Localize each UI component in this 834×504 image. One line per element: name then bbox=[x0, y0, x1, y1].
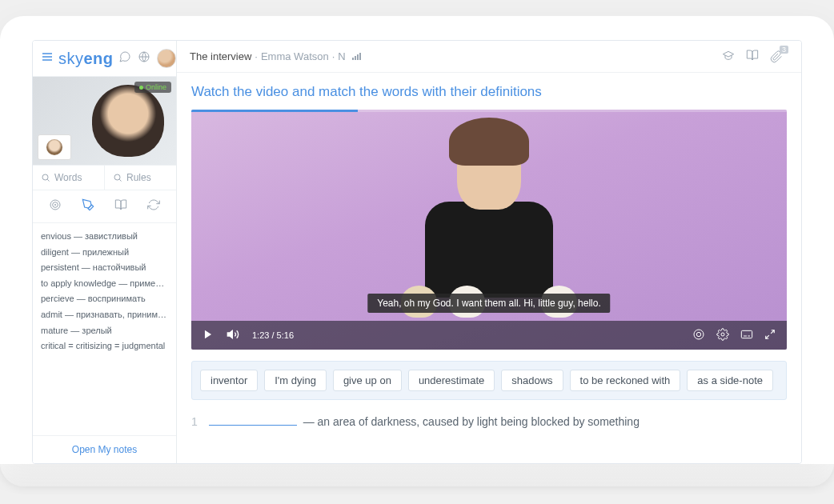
attachment-icon[interactable]: 3 bbox=[770, 50, 788, 63]
lesson-subtitle: Emma Watson bbox=[261, 50, 329, 62]
video-caption: Yeah, oh my God. I want them all. Hi, li… bbox=[367, 294, 610, 313]
book-icon[interactable] bbox=[114, 198, 127, 214]
svg-point-4 bbox=[42, 174, 48, 180]
play-icon[interactable] bbox=[202, 329, 214, 342]
svg-line-7 bbox=[119, 179, 121, 181]
webcam-panel: Online bbox=[33, 77, 176, 165]
open-notes-link[interactable]: Open My notes bbox=[33, 435, 176, 463]
video-progress[interactable] bbox=[191, 110, 787, 112]
video-player[interactable]: Yeah, oh my God. I want them all. Hi, li… bbox=[191, 110, 787, 350]
vocab-item[interactable]: critical = critisizing = judgmental bbox=[41, 339, 168, 354]
word-chip[interactable]: shadows bbox=[501, 370, 563, 391]
svg-point-14 bbox=[696, 332, 700, 336]
search-row: Words Rules bbox=[33, 165, 176, 190]
svg-point-10 bbox=[55, 204, 56, 205]
lesson-header: The interview · Emma Watson · N 3 bbox=[177, 41, 801, 73]
fullscreen-icon[interactable] bbox=[764, 329, 776, 342]
vocab-item[interactable]: percieve — воспринимать bbox=[41, 292, 168, 306]
vocab-tool-row bbox=[33, 190, 176, 223]
refresh-icon[interactable] bbox=[147, 198, 160, 214]
svg-marker-11 bbox=[205, 330, 211, 339]
main-panel: The interview · Emma Watson · N 3 Watch … bbox=[177, 41, 801, 463]
svg-point-13 bbox=[694, 330, 704, 339]
words-search[interactable]: Words bbox=[33, 166, 105, 190]
globe-icon[interactable] bbox=[138, 50, 150, 66]
user-avatar[interactable] bbox=[157, 49, 176, 68]
answer-blank[interactable] bbox=[209, 413, 297, 426]
svg-line-20 bbox=[766, 335, 769, 338]
player-controls: 1:23 / 5:16 bbox=[191, 321, 787, 350]
rules-search[interactable]: Rules bbox=[105, 166, 176, 190]
loop-icon[interactable] bbox=[692, 328, 705, 342]
task-title: Watch the video and match the words with… bbox=[191, 84, 787, 100]
signal-icon bbox=[352, 53, 361, 60]
vocab-item[interactable]: mature — зрелый bbox=[41, 324, 168, 338]
self-video-pip[interactable] bbox=[38, 134, 71, 160]
word-chip[interactable]: inventor bbox=[200, 370, 258, 391]
logo-part-eng: eng bbox=[84, 50, 114, 67]
word-chip[interactable]: to be reckoned with bbox=[570, 370, 681, 391]
question-number: 1 bbox=[191, 415, 198, 428]
vocab-item[interactable]: admit — признавать, принимать bbox=[41, 308, 168, 322]
word-chip[interactable]: underestimate bbox=[408, 370, 495, 391]
svg-line-5 bbox=[47, 179, 49, 181]
svg-point-8 bbox=[50, 200, 60, 210]
brand-logo[interactable]: skyeng bbox=[58, 50, 114, 68]
question-definition: — an area of darkness, caused by light b… bbox=[303, 415, 640, 428]
logo-part-sky: sky bbox=[58, 50, 84, 67]
word-bank: inventor I'm dying give up on underestim… bbox=[191, 361, 787, 400]
settings-icon[interactable] bbox=[716, 328, 729, 342]
lesson-level: N bbox=[338, 50, 345, 62]
graduation-icon[interactable] bbox=[722, 49, 735, 64]
chat-icon[interactable] bbox=[118, 50, 131, 66]
video-time: 1:23 / 5:16 bbox=[252, 330, 294, 340]
svg-point-15 bbox=[721, 333, 724, 336]
vocab-item[interactable]: persistent — настойчивый bbox=[41, 261, 168, 275]
svg-marker-12 bbox=[227, 330, 232, 338]
pen-icon[interactable] bbox=[82, 198, 94, 214]
word-chip[interactable]: give up on bbox=[333, 370, 402, 391]
vocab-item[interactable]: diligent — прилежный bbox=[41, 246, 168, 260]
svg-point-9 bbox=[53, 202, 58, 208]
vocab-item[interactable]: to apply knowledge — применять знания bbox=[41, 277, 168, 291]
attachment-count: 3 bbox=[780, 46, 788, 54]
subtitles-icon[interactable] bbox=[740, 328, 753, 342]
svg-line-19 bbox=[771, 330, 774, 334]
menu-icon[interactable] bbox=[41, 50, 54, 67]
lesson-content: Watch the video and match the words with… bbox=[177, 73, 801, 439]
question-row: 1 — an area of darkness, caused by light… bbox=[191, 413, 787, 428]
words-placeholder: Words bbox=[54, 172, 82, 183]
svg-rect-16 bbox=[741, 330, 752, 338]
lesson-title: The interview bbox=[190, 50, 251, 62]
target-icon[interactable] bbox=[49, 198, 62, 214]
open-book-icon[interactable] bbox=[746, 49, 759, 64]
online-status-badge: Online bbox=[134, 82, 171, 93]
sidebar-header: skyeng bbox=[33, 41, 176, 77]
rules-placeholder: Rules bbox=[126, 172, 151, 183]
vocab-list: envious — завистливый diligent — прилежн… bbox=[33, 223, 176, 435]
vocab-item[interactable]: envious — завистливый bbox=[41, 230, 168, 244]
sidebar: skyeng Online W bbox=[33, 41, 177, 463]
word-chip[interactable]: I'm dying bbox=[264, 370, 327, 391]
volume-icon[interactable] bbox=[227, 328, 239, 342]
word-chip[interactable]: as a side-note bbox=[687, 370, 773, 391]
svg-point-6 bbox=[114, 174, 120, 180]
